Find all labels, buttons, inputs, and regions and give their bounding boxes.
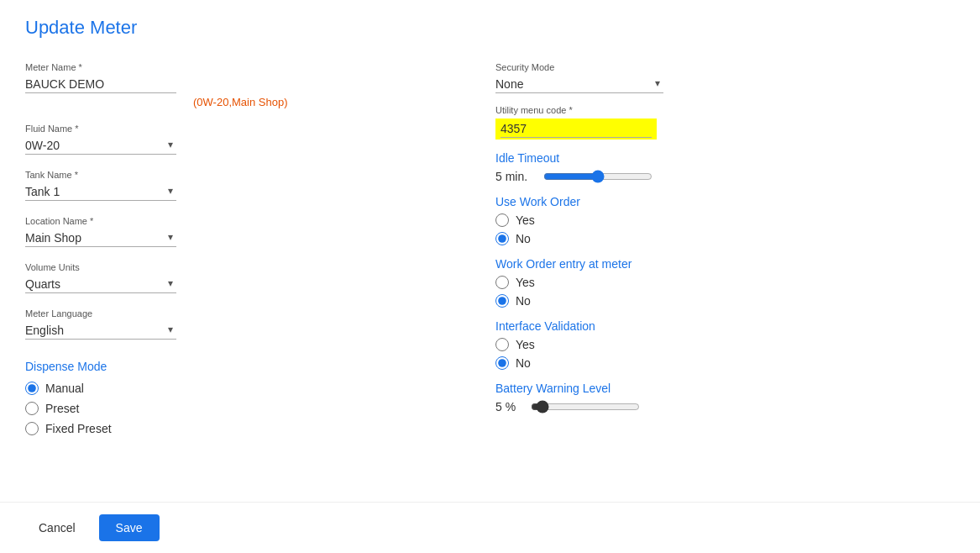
- fluid-name-select[interactable]: 0W-20 5W-30 10W-30: [25, 137, 176, 155]
- volume-units-select[interactable]: Quarts Liters Gallons: [25, 276, 176, 293]
- left-column: Meter Name * (0W-20,Main Shop) Fluid Nam…: [25, 62, 445, 435]
- work-order-entry-yes-item[interactable]: Yes: [495, 276, 955, 289]
- footer: Cancel Save: [0, 502, 980, 553]
- interface-validation-yes-radio[interactable]: [495, 338, 509, 351]
- utility-menu-field: Utility menu code *: [495, 105, 955, 140]
- interface-validation-radio-group: Yes No: [495, 338, 955, 370]
- right-column: Security Mode None PIN RFID Utility menu…: [445, 62, 955, 435]
- dispense-manual-item[interactable]: Manual: [25, 382, 445, 395]
- dispense-fixed-radio[interactable]: [25, 422, 39, 435]
- battery-warning-label: Battery Warning Level: [495, 382, 955, 395]
- work-order-yes-label: Yes: [516, 213, 535, 227]
- volume-units-label: Volume Units: [25, 262, 445, 272]
- tank-name-select[interactable]: Tank 1 Tank 2 Tank 3: [25, 183, 176, 201]
- location-name-select[interactable]: Main Shop East Shop West Shop: [25, 229, 176, 247]
- volume-units-field: Volume Units Quarts Liters Gallons: [25, 262, 445, 293]
- interface-validation-yes-label: Yes: [516, 338, 535, 351]
- battery-warning-section: Battery Warning Level 5 %: [495, 382, 955, 413]
- cancel-button[interactable]: Cancel: [25, 514, 89, 541]
- interface-validation-no-radio[interactable]: [495, 356, 509, 370]
- work-order-entry-no-item[interactable]: No: [495, 294, 955, 308]
- location-name-select-wrapper: Main Shop East Shop West Shop: [25, 229, 176, 247]
- work-order-entry-no-radio[interactable]: [495, 294, 509, 308]
- fluid-name-label: Fluid Name *: [25, 124, 445, 134]
- work-order-no-label: No: [516, 232, 531, 245]
- work-order-yes-radio[interactable]: [495, 213, 509, 227]
- utility-menu-label: Utility menu code *: [495, 105, 955, 115]
- work-order-no-radio[interactable]: [495, 232, 509, 245]
- work-order-yes-item[interactable]: Yes: [495, 213, 955, 227]
- dispense-mode-radio-group: Manual Preset Fixed Preset: [25, 382, 445, 435]
- security-mode-field: Security Mode None PIN RFID: [495, 62, 955, 93]
- location-name-label: Location Name *: [25, 216, 445, 226]
- dispense-preset-item[interactable]: Preset: [25, 402, 445, 415]
- work-order-entry-label: Work Order entry at meter: [495, 257, 955, 271]
- idle-timeout-value: 5 min.: [495, 170, 533, 183]
- work-order-entry-yes-radio[interactable]: [495, 276, 509, 289]
- work-order-entry-radio-group: Yes No: [495, 276, 955, 308]
- location-name-field: Location Name * Main Shop East Shop West…: [25, 216, 445, 247]
- use-work-order-radio-group: Yes No: [495, 213, 955, 245]
- meter-name-label: Meter Name *: [25, 62, 176, 72]
- idle-timeout-slider[interactable]: [543, 170, 652, 183]
- interface-validation-no-label: No: [516, 356, 531, 370]
- volume-units-select-wrapper: Quarts Liters Gallons: [25, 276, 176, 293]
- interface-validation-section: Interface Validation Yes No: [495, 319, 955, 370]
- meter-name-input[interactable]: [25, 76, 176, 93]
- dispense-mode-label: Dispense Mode: [25, 360, 445, 373]
- interface-validation-label: Interface Validation: [495, 319, 955, 333]
- security-mode-select-wrapper: None PIN RFID: [495, 76, 663, 93]
- idle-timeout-label: Idle Timeout: [495, 151, 955, 165]
- work-order-entry-section: Work Order entry at meter Yes No: [495, 257, 955, 308]
- use-work-order-section: Use Work Order Yes No: [495, 195, 955, 245]
- tank-name-select-wrapper: Tank 1 Tank 2 Tank 3: [25, 183, 176, 201]
- save-button[interactable]: Save: [99, 514, 160, 541]
- meter-language-select-wrapper: English Spanish French: [25, 322, 176, 340]
- dispense-fixed-label: Fixed Preset: [45, 422, 112, 435]
- utility-menu-highlight: [495, 118, 657, 140]
- fluid-name-select-wrapper: 0W-20 5W-30 10W-30: [25, 137, 176, 155]
- security-mode-select[interactable]: None PIN RFID: [495, 76, 663, 93]
- battery-warning-slider[interactable]: [531, 400, 640, 413]
- security-mode-label: Security Mode: [495, 62, 955, 72]
- battery-slider-row: 5 %: [495, 400, 955, 413]
- dispense-manual-radio[interactable]: [25, 382, 39, 395]
- meter-name-helper: (0W-20,Main Shop): [193, 96, 287, 108]
- idle-timeout-slider-row: 5 min.: [495, 170, 955, 183]
- tank-name-field: Tank Name * Tank 1 Tank 2 Tank 3: [25, 170, 445, 201]
- fluid-name-field: Fluid Name * 0W-20 5W-30 10W-30: [25, 124, 445, 155]
- dispense-fixed-item[interactable]: Fixed Preset: [25, 422, 445, 435]
- meter-language-field: Meter Language English Spanish French: [25, 308, 445, 340]
- work-order-entry-no-label: No: [516, 294, 531, 308]
- meter-name-field: Meter Name *: [25, 62, 176, 93]
- meter-name-row: Meter Name * (0W-20,Main Shop): [25, 62, 445, 108]
- dispense-preset-label: Preset: [45, 402, 79, 415]
- work-order-no-item[interactable]: No: [495, 232, 955, 245]
- meter-language-select[interactable]: English Spanish French: [25, 322, 176, 340]
- work-order-entry-yes-label: Yes: [516, 276, 535, 289]
- use-work-order-label: Use Work Order: [495, 195, 955, 208]
- interface-validation-no-item[interactable]: No: [495, 356, 955, 370]
- page-title: Update Meter: [25, 17, 955, 39]
- idle-timeout-section: Idle Timeout 5 min.: [495, 151, 955, 183]
- dispense-manual-label: Manual: [45, 382, 84, 395]
- dispense-preset-radio[interactable]: [25, 402, 39, 415]
- dispense-mode-section: Dispense Mode Manual Preset Fixed Preset: [25, 360, 445, 435]
- tank-name-label: Tank Name *: [25, 170, 445, 180]
- utility-menu-input[interactable]: [500, 120, 652, 138]
- meter-language-label: Meter Language: [25, 308, 445, 319]
- interface-validation-yes-item[interactable]: Yes: [495, 338, 955, 351]
- battery-value: 5 %: [495, 400, 521, 413]
